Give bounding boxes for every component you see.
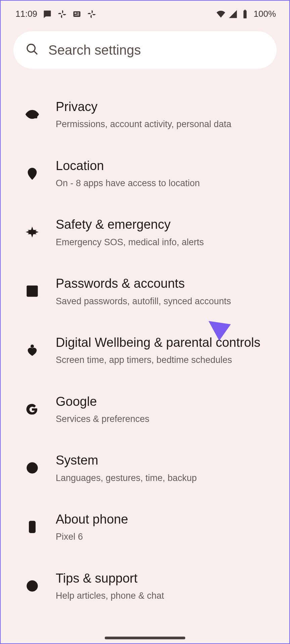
setting-item-wellbeing[interactable]: Digital Wellbeing & parental controls Sc… — [1, 321, 289, 380]
settings-list: Privacy Permissions, account activity, p… — [1, 69, 289, 615]
item-title: Safety & emergency — [56, 216, 276, 233]
item-subtitle: Emergency SOS, medical info, alerts — [56, 236, 276, 248]
setting-item-system[interactable]: System Languages, gestures, time, backup — [1, 438, 289, 497]
accounts-icon — [25, 284, 40, 299]
item-title: Digital Wellbeing & parental controls — [56, 334, 276, 351]
svg-rect-0 — [74, 11, 81, 16]
phone-icon — [25, 520, 40, 534]
item-text: Safety & emergency Emergency SOS, medica… — [56, 216, 276, 248]
item-text: About phone Pixel 6 — [56, 511, 276, 543]
setting-item-location[interactable]: Location On - 8 apps have access to loca… — [1, 144, 289, 203]
gesture-nav-handle[interactable] — [105, 637, 185, 639]
svg-point-5 — [31, 113, 34, 116]
pinwheel-icon-2 — [87, 9, 96, 19]
setting-item-google[interactable]: Google Services & preferences — [1, 380, 289, 439]
item-title: Passwords & accounts — [56, 275, 276, 292]
search-wrap: Search settings — [1, 23, 289, 69]
item-subtitle: On - 8 apps have access to location — [56, 177, 276, 189]
item-title: Google — [56, 393, 276, 410]
item-subtitle: Permissions, account activity, personal … — [56, 118, 276, 130]
location-icon — [25, 166, 40, 181]
item-text: Digital Wellbeing & parental controls Sc… — [56, 334, 276, 366]
help-icon — [25, 579, 40, 593]
news-icon — [72, 9, 82, 19]
item-subtitle: Saved passwords, autofill, synced accoun… — [56, 295, 276, 307]
svg-rect-1 — [75, 12, 77, 14]
item-text: Google Services & preferences — [56, 393, 276, 425]
signal-icon — [228, 9, 238, 19]
svg-point-13 — [32, 465, 33, 466]
setting-item-tips[interactable]: Tips & support Help articles, phone & ch… — [1, 556, 289, 615]
privacy-icon — [25, 107, 40, 122]
setting-item-about[interactable]: About phone Pixel 6 — [1, 497, 289, 556]
message-icon — [43, 9, 52, 19]
status-left: 11:09 — [15, 9, 96, 19]
search-placeholder: Search settings — [48, 43, 141, 58]
setting-item-safety[interactable]: Safety & emergency Emergency SOS, medica… — [1, 203, 289, 262]
wifi-icon — [216, 9, 226, 19]
item-text: Passwords & accounts Saved passwords, au… — [56, 275, 276, 307]
wellbeing-icon — [25, 343, 40, 358]
item-title: Location — [56, 157, 276, 174]
pinwheel-icon — [57, 9, 67, 19]
svg-rect-3 — [77, 13, 79, 14]
svg-point-7 — [31, 171, 34, 173]
safety-icon — [25, 225, 40, 239]
status-right: 100% — [216, 9, 276, 19]
item-title: Tips & support — [56, 570, 276, 587]
item-subtitle: Help articles, phone & chat — [56, 590, 276, 602]
svg-point-9 — [31, 288, 34, 292]
item-text: System Languages, gestures, time, backup — [56, 452, 276, 484]
svg-rect-6 — [34, 115, 37, 118]
battery-icon — [240, 9, 250, 19]
search-icon — [26, 43, 39, 57]
item-title: Privacy — [56, 98, 276, 115]
item-text: Location On - 8 apps have access to loca… — [56, 157, 276, 190]
item-subtitle: Services & preferences — [56, 413, 276, 425]
info-icon — [25, 461, 40, 475]
svg-rect-2 — [77, 12, 79, 13]
item-subtitle: Screen time, app timers, bedtime schedul… — [56, 354, 276, 366]
status-bar: 11:09 100% — [1, 1, 289, 23]
svg-point-18 — [32, 588, 33, 589]
google-icon — [25, 402, 40, 417]
item-subtitle: Languages, gestures, time, backup — [56, 472, 276, 484]
svg-rect-4 — [75, 15, 79, 15]
item-text: Privacy Permissions, account activity, p… — [56, 98, 276, 130]
search-bar[interactable]: Search settings — [13, 31, 277, 69]
setting-item-privacy[interactable]: Privacy Permissions, account activity, p… — [1, 85, 289, 144]
svg-point-10 — [31, 345, 34, 347]
status-time: 11:09 — [15, 9, 37, 19]
item-subtitle: Pixel 6 — [56, 531, 276, 543]
item-title: About phone — [56, 511, 276, 528]
item-text: Tips & support Help articles, phone & ch… — [56, 570, 276, 602]
battery-percent: 100% — [254, 9, 276, 19]
setting-item-passwords[interactable]: Passwords & accounts Saved passwords, au… — [1, 262, 289, 321]
item-title: System — [56, 452, 276, 469]
